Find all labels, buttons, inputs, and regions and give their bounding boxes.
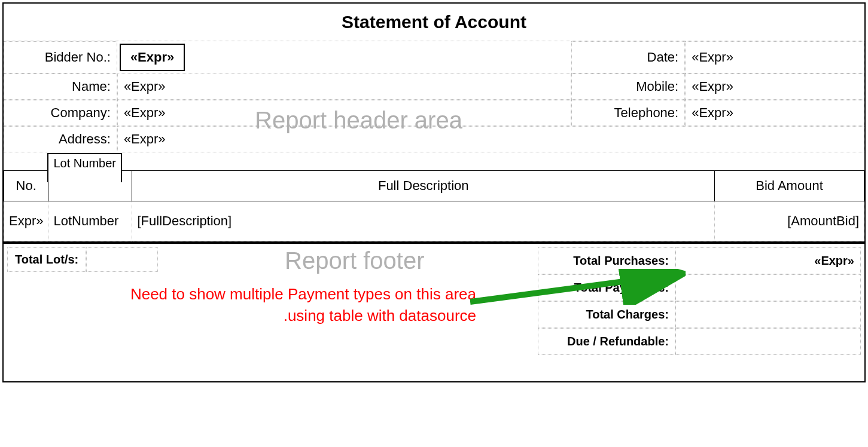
total-charges-label: Total Charges: [538,301,675,328]
due-refundable-value [675,328,861,355]
total-row: Due / Refundable: [538,328,861,355]
col-bid-amount: Bid Amount [715,171,864,201]
totals-block: Total Purchases: «Expr» Total Payment/s:… [538,247,861,355]
company-value: «Expr» [117,100,571,126]
total-purchases-value: «Expr» [675,247,861,274]
total-lots-label: Total Lot/s: [7,247,86,272]
address-label: Address: [4,126,117,152]
report-footer-area: Report footer Total Lot/s: Total Purchas… [4,244,864,381]
date-value: «Expr» [685,41,864,74]
address-value: «Expr» [117,126,864,152]
table-data-row: Expr» LotNumber [FullDescription] [Amoun… [4,201,864,241]
mobile-value: «Expr» [685,74,864,100]
telephone-label: Telephone: [571,100,685,126]
name-label: Name: [4,74,117,100]
company-label: Company: [4,100,117,126]
bidder-no-label: Bidder No.: [4,41,117,74]
col-lot-number: Lot Number [48,171,132,201]
lot-number-tab: Lot Number [47,153,122,182]
telephone-value: «Expr» [685,100,864,126]
due-refundable-label: Due / Refundable: [538,328,675,355]
total-row: Total Payment/s: [538,274,861,301]
total-payments-value [675,274,861,301]
report-header-area: Report header area Bidder No.: «Expr» Da… [4,41,864,170]
bidder-no-value: «Expr» [120,44,185,71]
annotation-text: Need to show multiple Payment types on t… [117,283,476,327]
report-container: Statement of Account Report header area … [2,2,866,382]
report-title: Statement of Account [4,4,864,41]
cell-bid-amount: [AmountBid] [715,201,864,241]
detail-section: No. Lot Number Full Description Bid Amou… [4,170,864,244]
total-row: Total Purchases: «Expr» [538,247,861,274]
name-value: «Expr» [117,74,571,100]
total-charges-value [675,301,861,328]
col-no: No. [4,171,48,201]
total-row: Total Charges: [538,301,861,328]
date-label: Date: [571,41,685,74]
mobile-label: Mobile: [571,74,685,100]
table-header-row: No. Lot Number Full Description Bid Amou… [4,171,864,201]
total-purchases-label: Total Purchases: [538,247,675,274]
cell-lot-number: LotNumber [48,201,132,241]
col-full-description: Full Description [132,171,715,201]
annotation-line2: .using table with datasource [284,307,476,324]
annotation-line1: Need to show multiple Payment types on t… [130,285,476,303]
detail-table: No. Lot Number Full Description Bid Amou… [4,170,864,241]
total-lots-value [86,247,158,272]
total-payments-label: Total Payment/s: [538,274,675,301]
cell-no: Expr» [4,201,48,241]
cell-full-description: [FullDescription] [132,201,715,241]
